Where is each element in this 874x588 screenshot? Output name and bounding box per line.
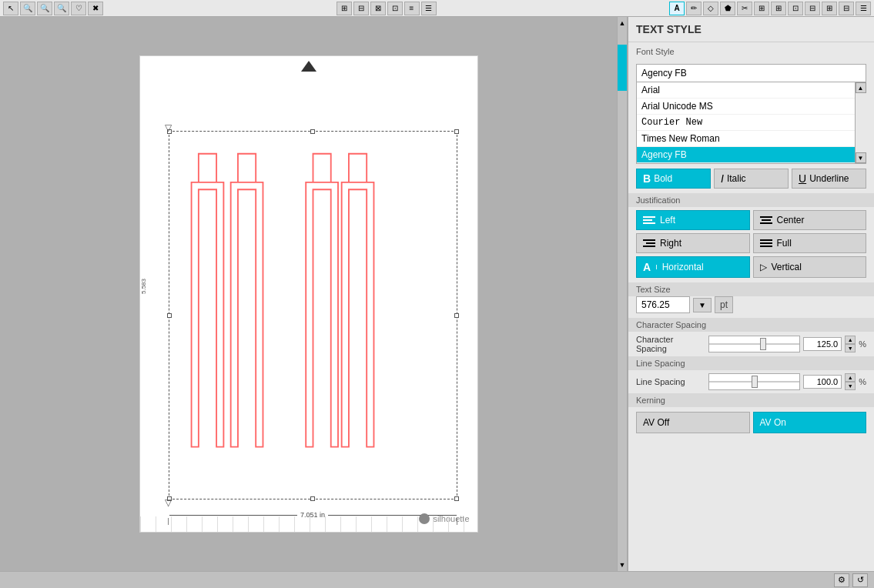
font-style-label: Font Style xyxy=(636,47,866,56)
font-item-times[interactable]: Times New Roman xyxy=(637,131,855,147)
horizontal-icon: A xyxy=(643,261,651,273)
toolbar-btn-8[interactable]: ⊟ xyxy=(353,2,369,15)
font-item-arial[interactable]: Arial xyxy=(637,82,855,99)
font-list-container: Arial Arial Unicode MS Courier New Times… xyxy=(636,82,866,164)
justify-full-button[interactable]: Full xyxy=(753,233,867,253)
font-item-agency[interactable]: Agency FB xyxy=(637,147,855,163)
toolbar-btn-2[interactable]: 🔍 xyxy=(20,2,35,15)
settings-icon[interactable]: ⚙ xyxy=(834,573,849,587)
line-slider-thumb[interactable] xyxy=(752,376,758,388)
justify-right-label: Right xyxy=(660,238,681,249)
style-buttons-row: B Bold I Italic U Underline xyxy=(628,169,874,193)
refresh-icon[interactable]: ↺ xyxy=(852,573,868,587)
kerning-off-button[interactable]: AV Off xyxy=(636,412,750,433)
main-area: ▽ ▽ 5.583 xyxy=(0,17,874,571)
font-input-area: Arial Arial Unicode MS Courier New Times… xyxy=(628,64,874,169)
line-spinner-down[interactable]: ▼ xyxy=(845,382,856,390)
char-spacing-slider[interactable] xyxy=(708,336,800,352)
handle-bm[interactable] xyxy=(310,496,315,501)
char-spacing-row: Character Spacing ▲ ▼ % xyxy=(628,332,874,356)
toolbar-btn-1[interactable]: ↖ xyxy=(3,2,18,15)
char-spacing-label: Character Spacing xyxy=(636,320,706,329)
font-scroll-down[interactable]: ▼ xyxy=(856,152,866,163)
vertical-scrollbar[interactable]: ▲ ▼ xyxy=(617,17,628,571)
char-spacing-value[interactable] xyxy=(803,337,842,351)
line-spinner-up[interactable]: ▲ xyxy=(845,373,856,382)
text-size-dropdown[interactable]: ▼ xyxy=(693,298,712,312)
toolbar-btn-18[interactable]: ⊞ xyxy=(754,2,769,15)
toolbar-btn-21[interactable]: ⊟ xyxy=(805,2,820,15)
toolbar-btn-text[interactable]: A xyxy=(669,2,685,15)
scrollbar-up-btn[interactable]: ▲ xyxy=(617,17,628,29)
toolbar-btn-15[interactable]: ◇ xyxy=(703,2,718,15)
scrollbar-thumb[interactable] xyxy=(618,45,627,91)
paper: ▽ ▽ 5.583 xyxy=(139,55,478,533)
toolbar-btn-align[interactable]: ≡ xyxy=(404,2,420,15)
direction-buttons: A I Horizontal ▷ Vertical xyxy=(628,256,874,282)
justify-right-icon xyxy=(643,239,655,247)
italic-button[interactable]: I Italic xyxy=(714,169,789,189)
dir-vertical-button[interactable]: ▷ Vertical xyxy=(753,256,867,278)
dir-horizontal-button[interactable]: A I Horizontal xyxy=(636,256,750,278)
handle-br[interactable] xyxy=(454,496,459,501)
toolbar-btn-4[interactable]: 🔍 xyxy=(54,2,69,15)
justify-left-icon xyxy=(643,216,655,224)
char-spinner-down[interactable]: ▼ xyxy=(845,344,856,352)
handle-ml[interactable] xyxy=(167,313,172,318)
justify-right-button[interactable]: Right xyxy=(636,233,750,253)
font-name-input[interactable] xyxy=(636,64,866,82)
vertical-icon: ▷ xyxy=(760,262,767,272)
scrollbar-down-btn[interactable]: ▼ xyxy=(617,559,628,571)
char-slider-track xyxy=(709,343,799,345)
font-scroll-track xyxy=(856,93,866,152)
toolbar-btn-9[interactable]: ⊠ xyxy=(370,2,386,15)
char-spacing-header: Character Spacing xyxy=(628,318,874,332)
toolbar-btn-7[interactable]: ⊞ xyxy=(337,2,352,15)
dir-vertical-label: Vertical xyxy=(772,262,802,272)
line-spacing-slider[interactable] xyxy=(708,373,800,390)
justify-full-label: Full xyxy=(777,238,792,249)
toolbar-btn-23[interactable]: ⊟ xyxy=(839,2,854,15)
toolbar-btn-22[interactable]: ⊞ xyxy=(822,2,837,15)
italic-label: Italic xyxy=(727,173,746,184)
line-spacing-value[interactable] xyxy=(803,375,842,389)
kerning-on-button[interactable]: AV On xyxy=(753,412,867,433)
toolbar-btn-3[interactable]: 🔍 xyxy=(37,2,52,15)
char-spinner-up[interactable]: ▲ xyxy=(845,336,856,344)
toolbar-btn-19[interactable]: ⊞ xyxy=(771,2,786,15)
handle-tr[interactable] xyxy=(454,129,459,134)
bold-button[interactable]: B Bold xyxy=(636,169,711,189)
font-scrollbar: ▲ ▼ xyxy=(855,82,866,163)
toolbar-btn-20[interactable]: ⊡ xyxy=(788,2,803,15)
kerning-on-label: AV On xyxy=(760,417,786,428)
font-item-courier[interactable]: Courier New xyxy=(637,115,855,131)
justify-left-button[interactable]: Left xyxy=(636,210,750,230)
line-spacing-text: Line Spacing xyxy=(636,377,705,386)
toolbar-btn-12[interactable]: ☰ xyxy=(421,2,437,15)
toolbar-btn-10[interactable]: ⊡ xyxy=(387,2,403,15)
line-percent-label: % xyxy=(859,377,866,386)
horizontal-icon-sub: I xyxy=(655,263,658,271)
ruler-label-left: 5.583 xyxy=(140,279,147,294)
grid-bottom xyxy=(140,516,477,532)
text-size-input[interactable] xyxy=(636,296,690,313)
handle-mr[interactable] xyxy=(454,313,459,318)
bold-label: Bold xyxy=(654,173,672,184)
font-scroll-up[interactable]: ▲ xyxy=(856,82,866,93)
justify-center-button[interactable]: Center xyxy=(753,210,867,230)
handle-tm[interactable] xyxy=(310,129,315,134)
char-spacing-spinner: ▲ ▼ xyxy=(845,336,856,352)
toolbar-btn-17[interactable]: ✂ xyxy=(737,2,752,15)
font-item-arial-unicode[interactable]: Arial Unicode MS xyxy=(637,99,855,115)
toolbar-btn-5[interactable]: ♡ xyxy=(71,2,86,15)
up-arrow-icon xyxy=(301,61,316,72)
char-slider-thumb[interactable] xyxy=(760,338,766,350)
underline-button[interactable]: U Underline xyxy=(792,169,866,189)
text-size-header: Text Size xyxy=(628,282,874,296)
font-style-section: Font Style xyxy=(628,42,874,64)
canvas-area: ▽ ▽ 5.583 xyxy=(0,17,617,571)
toolbar-btn-14[interactable]: ✏ xyxy=(686,2,702,15)
toolbar-btn-16[interactable]: ⬟ xyxy=(720,2,735,15)
toolbar-btn-6[interactable]: ✖ xyxy=(88,2,103,15)
toolbar-btn-24[interactable]: ☰ xyxy=(856,2,871,15)
